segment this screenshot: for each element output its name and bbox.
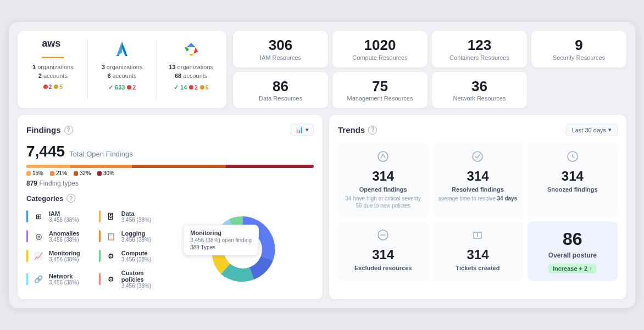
trend-snoozed: 314 Snoozed findings (528, 143, 618, 217)
findings-help-icon[interactable]: ? (64, 126, 73, 135)
custom-cat-icon: ⚙ (105, 273, 117, 285)
trend-resolved-sub: average time to resolve 34 days (438, 195, 517, 202)
trend-snoozed-label: Snoozed findings (547, 186, 598, 193)
compute-cat-info: Compute 3,456 (38%) (121, 250, 151, 262)
resource-data: 86 Data Resources (233, 72, 328, 109)
trend-tickets: 314 Tickets created (432, 221, 523, 281)
iam-bar (26, 210, 28, 222)
containers-number: 123 (468, 37, 491, 53)
donut-chart-area: Monitoring 3,456 (38%) open finding 389 … (173, 208, 314, 290)
category-monitoring: 📈 Monitoring 3,456 (38%) (26, 248, 96, 264)
trends-help-icon[interactable]: ? (368, 126, 377, 135)
finding-types-count: 879 (26, 180, 37, 187)
findings-progress-bar (26, 165, 314, 168)
trend-opened-label: Opened findings (359, 186, 407, 193)
pl-percent-1: 15% (32, 170, 43, 176)
azure-red-badge: 2 (127, 85, 136, 91)
trend-resolved: 314 Resolved findings average time to re… (432, 143, 523, 217)
chart-type-button[interactable]: 📊 ▾ (291, 124, 314, 136)
trend-resolved-label: Resolved findings (452, 186, 504, 193)
category-network: 🔗 Network 3,456 (38%) (26, 267, 96, 290)
gcp-red-badge: 2 (189, 85, 198, 91)
anomalies-bar (26, 230, 28, 242)
trend-excluded-icon (377, 229, 389, 244)
anomalies-cat-icon: ◎ (32, 230, 45, 242)
iam-cat-icon: ⊞ (32, 210, 45, 222)
aws-logo-icon: aws ▬▬▬▬▬ (42, 40, 64, 59)
trends-title: Trends ? (338, 125, 377, 135)
compute-cat-icon: ⚙ (105, 250, 117, 262)
monitoring-cat-info: Monitoring 3,456 (38%) (49, 250, 80, 262)
pl-15: 15% (26, 170, 43, 176)
trend-resolved-icon (471, 150, 484, 165)
logging-cat-icon: 📋 (105, 230, 117, 242)
data-bar (99, 210, 101, 222)
trends-panel: Trends ? Last 30 days ▾ (329, 115, 626, 299)
progress-labels: 15% 21% 32% 30% (26, 170, 314, 176)
gcp-badges: ✓ 14 2 5 (174, 84, 208, 91)
findings-count-row: 7,445 Total Open Findings (26, 143, 314, 160)
security-label: Security Resources (553, 54, 605, 61)
svg-point-5 (473, 152, 482, 161)
data-cat-icon: 🗄 (105, 210, 117, 222)
progress-orange (70, 165, 132, 168)
provider-azure: 3 organizations 6 accounts ✓ 633 2 (96, 40, 149, 99)
trend-opened-icon (377, 150, 389, 165)
gcp-check-badge: ✓ 14 (174, 84, 187, 91)
categories-grid: ⊞ IAM 3,456 (38%) 🗄 Data (26, 208, 168, 290)
trend-snoozed-icon (567, 150, 579, 165)
resources-grid: 306 IAM Resources 1020 Compute Resources… (233, 31, 626, 108)
anomalies-cat-info: Anomalies 3,456 (38%) (49, 230, 80, 243)
network-cat-info: Network 3,456 (38%) (49, 273, 79, 286)
resource-compute: 1020 Compute Resources (332, 31, 428, 68)
data-cat-info: Data 3,456 (38%) (121, 210, 151, 223)
trend-resolved-number: 314 (467, 169, 488, 184)
gcp-logo-icon (182, 40, 200, 59)
trends-grid: 314 Opened findings 34 have high or crit… (338, 143, 618, 281)
resource-management: 75 Management Resources (332, 72, 428, 109)
period-selector-button[interactable]: Last 30 days ▾ (566, 124, 618, 136)
trend-tickets-label: Tickets created (456, 265, 500, 271)
compute-bar (99, 250, 101, 262)
pl-percent-4: 30% (103, 170, 114, 176)
network-label: Network Resources (453, 95, 506, 102)
category-custom: ⚙ Custom policies 3,456 (38%) (99, 267, 168, 290)
containers-label: Containers Resources (449, 54, 509, 61)
finding-types-row: 879 Finding types (26, 180, 314, 187)
categories-help-icon[interactable]: ? (66, 194, 75, 203)
cloud-providers-card: aws ▬▬▬▬▬ 1 organizations 2 accounts 2 5 (18, 31, 226, 108)
bar-chart-icon: 📊 (296, 126, 303, 133)
bottom-section: Findings ? 📊 ▾ 7,445 Total Open Findings (18, 115, 626, 299)
azure-check-badge: ✓ 633 (108, 84, 125, 91)
provider-gcp: 13 organizations 68 accounts ✓ 14 2 5 (164, 40, 218, 99)
iam-cat-info: IAM 3,456 (38%) (49, 210, 79, 223)
categories-and-chart: ⊞ IAM 3,456 (38%) 🗄 Data (26, 208, 314, 290)
network-cat-icon: 🔗 (32, 273, 45, 285)
posture-increase-badge: Increase + 2 ↑ (548, 264, 597, 273)
azure-info: 3 organizations 6 accounts (102, 63, 143, 81)
progress-red (226, 165, 314, 168)
trend-snoozed-number: 314 (562, 169, 584, 184)
posture-number: 86 (563, 229, 582, 249)
trend-opened-sub: 34 have high or critical severity 56 due… (346, 195, 421, 209)
progress-yellow (26, 165, 70, 168)
findings-total-count: 7,445 (26, 143, 65, 160)
pl-percent-3: 32% (80, 170, 91, 176)
security-number: 9 (575, 37, 582, 53)
category-data: 🗄 Data 3,456 (38%) (99, 208, 168, 225)
resource-security: 9 Security Resources (531, 31, 626, 68)
management-number: 75 (372, 79, 388, 94)
chevron-down-icon: ▾ (306, 126, 309, 133)
dashboard: aws ▬▬▬▬▬ 1 organizations 2 accounts 2 5 (9, 22, 635, 308)
category-anomalies: ◎ Anomalies 3,456 (38%) (26, 228, 96, 244)
trend-tickets-number: 314 (467, 247, 488, 262)
pl-30: 30% (97, 170, 114, 176)
management-label: Management Resources (347, 95, 413, 102)
iam-label: IAM Resources (260, 54, 301, 61)
aws-red-badge: 2 (43, 84, 52, 90)
categories-section: Categories ? ⊞ IAM 3,456 (38%) (26, 194, 314, 290)
category-compute: ⚙ Compute 3,456 (38%) (99, 248, 168, 264)
posture-label: Overall posture (548, 251, 597, 259)
compute-label: Compute Resources (352, 54, 407, 61)
trend-posture: 86 Overall posture Increase + 2 ↑ (528, 221, 618, 281)
